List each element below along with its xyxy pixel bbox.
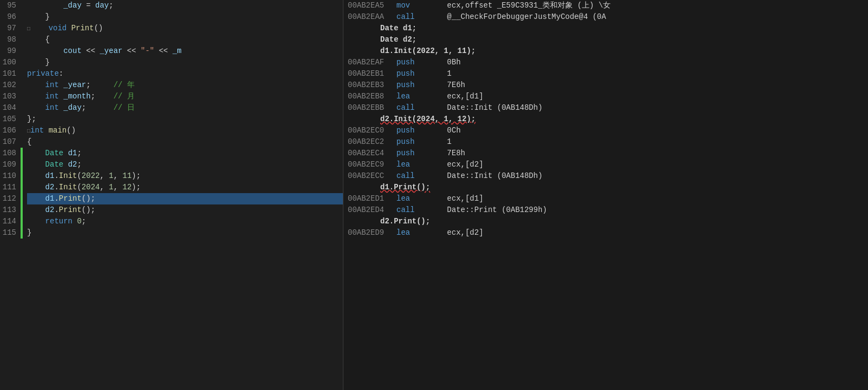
code-token: 12 (122, 183, 131, 191)
asm-operands: Date::Init (0AB148Dh) (429, 170, 542, 182)
code-token: d2 (45, 183, 55, 191)
code-token: ; (82, 103, 114, 112)
code-area[interactable]: _day = day; }□ void Print() { cout << _y… (23, 0, 343, 390)
code-token: // 年 (114, 81, 135, 89)
code-token: private (27, 69, 59, 78)
code-token: , (114, 171, 123, 180)
asm-operands: Date::Print (0AB1299h) (429, 204, 547, 216)
asm-operands: ecx,[d1] (429, 193, 483, 204)
code-token (30, 24, 49, 32)
code-token: ; (109, 1, 113, 10)
code-token: . (54, 183, 58, 191)
code-token (27, 81, 45, 89)
code-token: } (27, 228, 31, 237)
asm-operands: ecx,offset _E59C3931_类和对象 (上) \女 (429, 0, 611, 11)
code-token: Date (45, 149, 64, 157)
asm-operands: ecx,[d2] (429, 227, 483, 239)
code-token: . (54, 206, 58, 214)
code-line: int _day; // 日 (27, 102, 343, 114)
asm-mnemonic: lea (396, 193, 429, 204)
asm-operands: ecx,[d1] (429, 91, 483, 102)
line-number: 110 (0, 170, 16, 182)
code-token (27, 217, 45, 226)
asm-address: 00AB2EB8 (348, 91, 396, 102)
asm-address: 00AB2EBB (348, 102, 396, 114)
code-token: << (122, 47, 141, 55)
code-token (27, 103, 45, 112)
code-token: { (27, 137, 31, 146)
code-token: ; (82, 217, 86, 226)
code-token (27, 160, 45, 169)
asm-mnemonic: push (396, 125, 429, 136)
code-token: () (67, 126, 76, 135)
code-token (63, 160, 68, 169)
code-token: () (94, 24, 103, 32)
code-token (27, 92, 45, 101)
code-line: { (27, 34, 343, 45)
asm-mnemonic: call (396, 102, 429, 114)
asm-instruction-line: 00AB2EC2 push 1 (348, 136, 864, 148)
code-token: _month (63, 92, 90, 101)
asm-address: 00AB2ED1 (348, 193, 396, 204)
line-numbers: 9596979899100101102103104105106107108109… (0, 0, 21, 390)
code-token: 11 (122, 171, 131, 180)
asm-mnemonic: call (396, 170, 429, 182)
code-line: Date d1; (27, 148, 343, 159)
code-token: << (154, 47, 173, 55)
asm-address: 00AB2EAF (348, 57, 396, 68)
source-code-text: d1.Print(); (380, 182, 430, 193)
code-token: int (45, 81, 59, 89)
asm-operands: @__CheckForDebuggerJustMyCode@4 (0A (429, 11, 606, 23)
line-number: 105 (0, 114, 16, 125)
code-line: }; (27, 114, 343, 125)
line-number: 111 (0, 182, 16, 193)
asm-operands: 0Ch (429, 125, 461, 136)
code-token: _day (63, 1, 82, 10)
asm-address: 00AB2EC4 (348, 148, 396, 159)
line-number: 100 (0, 57, 16, 68)
asm-instruction-line: 00AB2ED9 lea ecx,[d2] (348, 227, 864, 239)
code-token: Print (59, 194, 82, 203)
code-token: . (54, 171, 58, 180)
code-token: } (27, 12, 50, 21)
line-number: 103 (0, 91, 16, 102)
line-number: 113 (0, 204, 16, 216)
code-token: } (27, 58, 50, 67)
asm-mnemonic: push (396, 68, 429, 80)
asm-instruction-line: 00AB2ED1 lea ecx,[d1] (348, 193, 864, 204)
asm-mnemonic: lea (396, 227, 429, 239)
code-line: } (27, 57, 343, 68)
code-token (67, 24, 71, 32)
asm-address: 00AB2ECC (348, 170, 396, 182)
asm-operands: 7E8h (429, 148, 465, 159)
code-token (27, 194, 45, 203)
code-token: , (114, 183, 123, 191)
line-number: 106 (0, 125, 16, 136)
code-token: _m (173, 47, 182, 55)
asm-instruction-line: 00AB2ECC call Date::Init (0AB148Dh) (348, 170, 864, 182)
line-number: 96 (0, 11, 16, 23)
code-token: { (27, 35, 50, 44)
code-token: ); (131, 183, 141, 191)
code-token: d2 (45, 206, 55, 214)
code-token: d2 (68, 160, 77, 169)
asm-mnemonic: push (396, 57, 429, 68)
asm-mnemonic: push (396, 80, 429, 91)
line-number: 108 (0, 148, 16, 159)
code-token: , (100, 171, 109, 180)
asm-operands: 0Bh (429, 57, 461, 68)
code-token (27, 183, 45, 191)
asm-instruction-line: 00AB2EBB call Date::Init (0AB148Dh) (348, 102, 864, 114)
code-line: { (27, 136, 343, 148)
code-token: ; (86, 81, 113, 89)
code-token: Init (59, 171, 77, 180)
asm-address: 00AB2EC9 (348, 159, 396, 170)
source-code-text: Date d2; (380, 34, 416, 45)
asm-source-line: Date d2; (348, 34, 864, 45)
code-line: Date d2; (27, 159, 343, 170)
asm-source-line: d1.Init(2022, 1, 11); (348, 45, 864, 57)
asm-address: 00AB2EAA (348, 11, 396, 23)
asm-mnemonic: lea (396, 91, 429, 102)
asm-operands: ecx,[d2] (429, 159, 483, 170)
code-token: Print (59, 206, 82, 214)
